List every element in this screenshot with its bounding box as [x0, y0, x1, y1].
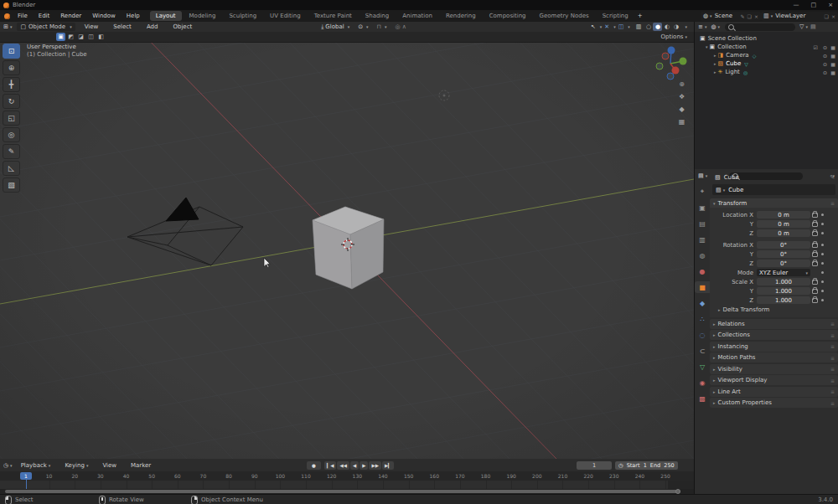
snap-magnet-icon[interactable]: ⊓ [377, 23, 381, 30]
workspace-tab[interactable]: Texture Paint [308, 11, 358, 21]
transport-button[interactable]: ◀ [350, 461, 359, 470]
view-layer-selector[interactable]: ▥▾ ViewLayer ❏ × [761, 12, 838, 21]
lock-icon[interactable] [810, 289, 819, 294]
value-field[interactable]: 1.000 [757, 296, 810, 304]
tool-button[interactable]: ▧ [3, 177, 20, 193]
axis-x-ball[interactable] [672, 67, 680, 75]
hide-eye-icon[interactable]: ⊙ [823, 61, 827, 67]
tool-button[interactable]: ⊕ [3, 60, 20, 75]
close-button[interactable]: × [828, 2, 833, 8]
value-field[interactable]: 0 m [757, 211, 810, 219]
blender-menu-icon[interactable] [4, 13, 10, 19]
outliner-row[interactable]: ▸ ◨ Camera ◇ ⊙ ▦ [695, 51, 838, 59]
value-field[interactable]: 0 m [757, 229, 810, 237]
animate-dot[interactable] [819, 271, 825, 274]
animate-dot[interactable] [819, 253, 825, 255]
workspace-tab[interactable]: Geometry Nodes [534, 11, 595, 21]
animate-dot[interactable] [819, 244, 825, 246]
properties-tab[interactable]: ⊂ [695, 345, 710, 357]
expand-caret[interactable]: ▸ [714, 69, 716, 75]
tool-button[interactable]: ◎ [3, 127, 20, 142]
unlink-scene-icon[interactable]: × [754, 13, 758, 19]
menu-item[interactable]: Render [57, 13, 85, 19]
editor-type-icon[interactable]: ⊞▾ [3, 23, 12, 30]
new-collection-icon[interactable]: ▤ [810, 23, 816, 30]
expand-caret[interactable]: ▸ [714, 53, 716, 58]
falloff-curve-icon[interactable]: ∧ [402, 23, 406, 30]
tool-button[interactable]: ⊡ [3, 44, 20, 59]
properties-tab[interactable]: ▣ [695, 202, 710, 213]
options-dropdown[interactable]: Options▾ [660, 33, 687, 40]
lock-icon[interactable] [810, 231, 819, 236]
panel-header[interactable]: ▸Relations≡ [710, 319, 838, 329]
use-preview-range-icon[interactable]: ◷ [618, 462, 623, 469]
panel-header[interactable]: ▸Custom Properties≡ [710, 398, 838, 408]
outliner-search[interactable] [725, 23, 795, 31]
viewport-3d[interactable]: User Perspective (1) Collection | Cube ⊡… [0, 42, 694, 459]
expand-caret[interactable]: ▸ [714, 61, 716, 66]
timeline-menu-item[interactable]: Playback▾ [18, 462, 54, 469]
outliner-search-input[interactable] [737, 23, 790, 31]
new-layer-icon[interactable]: ❏ [825, 13, 829, 19]
workspace-tab[interactable]: UV Editing [264, 11, 307, 21]
shading-mode-button[interactable]: ● [653, 23, 662, 31]
disable-in-renders-icon[interactable]: ▦ [830, 44, 835, 50]
gizmo-toggle-icon[interactable]: ↖ [591, 23, 596, 30]
axis-y-neg-ball[interactable] [656, 63, 663, 69]
mode-selector[interactable]: ▢ Object Mode▾ [17, 23, 75, 31]
pin-id-icon[interactable]: ✎ [830, 174, 835, 181]
properties-tab[interactable]: ▽ [695, 361, 710, 373]
hide-eye-icon[interactable]: ⊙ [823, 69, 827, 75]
workspace-tab[interactable]: Compositing [484, 11, 532, 21]
overlays-icon[interactable]: ◫ [618, 23, 624, 30]
shading-mode-button[interactable]: ◑ [671, 23, 680, 31]
animate-dot[interactable] [819, 299, 825, 301]
lock-icon[interactable] [810, 261, 819, 266]
value-field[interactable]: 0° [757, 260, 810, 267]
axis-y-ball[interactable] [680, 58, 687, 65]
select-mode-button[interactable]: ▣ [56, 33, 65, 41]
viewport-menu-item[interactable]: View [81, 23, 102, 30]
viewport-menu-item[interactable]: Select [110, 23, 135, 30]
outliner-item-label[interactable]: Scene Collection [708, 35, 757, 42]
viewport-nav-icon[interactable]: ▦ [676, 116, 687, 126]
select-mode-button[interactable]: ◩ [66, 33, 75, 41]
outliner-item-label[interactable]: Collection [717, 44, 747, 50]
properties-tab[interactable]: ◌ [695, 329, 710, 341]
axis-x-neg-ball[interactable] [662, 53, 669, 59]
workspace-tab[interactable]: Shading [360, 11, 395, 21]
tool-button[interactable]: ↻ [3, 94, 20, 109]
new-scene-icon[interactable]: ❏ [747, 13, 752, 19]
select-mode-button[interactable]: ◫ [86, 33, 96, 41]
exclude-checkbox[interactable]: ☑ [814, 44, 818, 50]
menu-item[interactable]: Edit [35, 13, 54, 19]
outliner-item-label[interactable]: Camera [726, 52, 748, 59]
workspace-tab[interactable]: Animation [396, 11, 438, 21]
remove-layer-icon[interactable]: × [831, 13, 835, 19]
lock-icon[interactable] [810, 213, 819, 218]
add-workspace-button[interactable]: + [634, 13, 646, 19]
show-gizmo-icon[interactable]: ✕ [604, 23, 609, 30]
select-mode-button[interactable]: ◪ [76, 33, 85, 41]
camera-object[interactable] [127, 198, 243, 265]
transform-orientation[interactable]: Global [325, 23, 344, 30]
current-frame-field[interactable]: 1 [577, 461, 612, 470]
value-field[interactable]: 0° [757, 250, 810, 258]
minimize-button[interactable]: — [794, 2, 799, 8]
axis-z-ball[interactable] [668, 47, 675, 54]
panel-header[interactable]: ▸Instancing≡ [710, 342, 838, 352]
workspace-tab[interactable]: Scripting [597, 11, 634, 21]
outliner-row[interactable]: ▣ Scene Collection [695, 34, 838, 43]
animate-dot[interactable] [819, 290, 825, 292]
outliner-item-label[interactable]: Light [725, 69, 739, 75]
transform-panel-header[interactable]: ▾Transform≡ [710, 198, 838, 208]
rotation-mode-dropdown[interactable]: XYZ Euler▾ [757, 269, 810, 276]
properties-tab[interactable]: ■ [695, 281, 710, 293]
animate-dot[interactable] [819, 213, 825, 216]
end-frame-field[interactable]: End 250 [650, 462, 675, 469]
value-field[interactable]: 1.000 [757, 278, 810, 285]
outliner-row[interactable]: ▾ ▣ Collection ☑ ⊙ ▦ [695, 43, 838, 51]
transport-button[interactable]: ▶▶ [369, 461, 380, 470]
lock-icon[interactable] [810, 243, 819, 248]
value-field[interactable]: 1.000 [757, 287, 810, 295]
